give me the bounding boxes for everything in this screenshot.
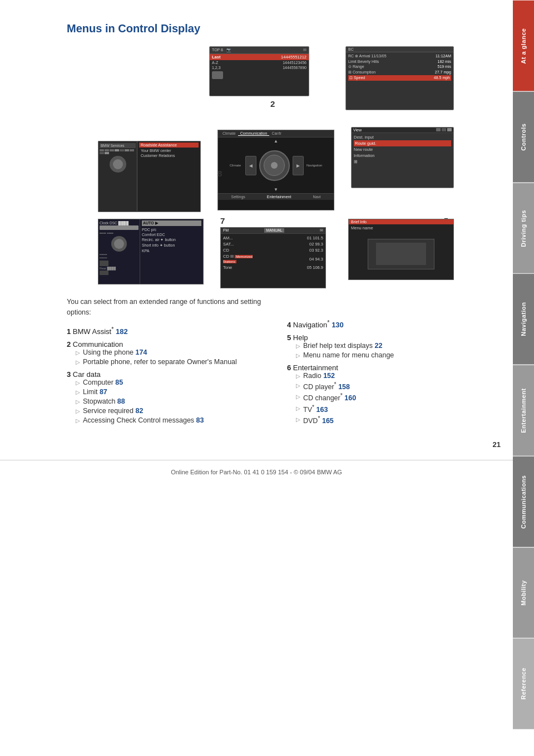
intro-text: You can select from an extended range of…	[67, 297, 265, 318]
screen-bottom-left: Clock DSC ████ ▪▪▪▪▪ ▪▪▪▪▪ ▪▪▪▪▪▪▪ ▪▪▪▪▪…	[98, 219, 204, 284]
sub-item-service-required: ▷ Service required 82	[76, 407, 265, 415]
screen-bottom-right: Brief Info Menu name	[348, 219, 454, 280]
sidebar-tab-communications[interactable]: Communications	[513, 456, 534, 547]
content-left-column: You can select from an extended range of…	[67, 297, 265, 429]
sub-item-phone: ▷ Using the phone 174	[76, 348, 265, 356]
sub-item-computer: ▷ Computer 85	[76, 379, 265, 386]
sub-item-radio: ▷ Radio 152	[296, 372, 485, 380]
section-item-1: 1 BMW Assist* 182	[67, 326, 265, 336]
diagram-number-2: 2	[270, 99, 275, 109]
sidebar: At a glance Controls Driving tips Naviga…	[513, 0, 534, 729]
section-item-4: 4 Navigation* 130	[287, 319, 485, 329]
page-footer: Online Edition for Part-No. 01 41 0 159 …	[0, 460, 513, 481]
diagram-number-8: 8	[217, 169, 222, 178]
sub-item-cd-player: ▷ CD player* 158	[296, 381, 485, 391]
screen-bottom-center: FM MANUAL ✉ AM...01 101.5 SAT...02 99.3 …	[220, 227, 326, 288]
sub-item-brief-help: ▷ Brief help text displays 22	[296, 342, 485, 350]
sidebar-tab-controls[interactable]: Controls	[513, 91, 534, 183]
page-title: Menus in Control Display	[67, 22, 485, 35]
sub-item-tv: ▷ TV* 163	[296, 404, 485, 414]
screen-top-right: BC RC ⊕ Arrival 11/13/0511:12AM Limit Be…	[345, 46, 454, 110]
section-item-6: 6 Entertainment ▷ Radio 152 ▷ CD player*…	[287, 364, 485, 425]
screen-mid-right: View Dest. input Route guid. New route I…	[351, 127, 454, 188]
sidebar-tab-driving-tips[interactable]: Driving tips	[513, 183, 534, 274]
footer-text: Online Edition for Part-No. 01 41 0 159 …	[171, 469, 342, 475]
screen-top-center: TOP 8 📷 ✉ Last 14445551212 A-Z 144451234…	[209, 46, 309, 96]
sub-item-portable-phone: ▷ Portable phone, refer to separate Owne…	[76, 358, 265, 366]
sub-item-menu-name: ▷ Menu name for menu change	[296, 351, 485, 359]
section-item-2: 2 Communication ▷ Using the phone 174 ▷ …	[67, 340, 265, 366]
screen-bmw-services: BMW Services	[98, 141, 201, 212]
section-item-5: 5 Help ▷ Brief help text displays 22 ▷ M…	[287, 333, 485, 359]
content-area: You can select from an extended range of…	[67, 297, 485, 429]
page-number: 21	[0, 440, 501, 449]
sub-item-limit: ▷ Limit 87	[76, 388, 265, 396]
sidebar-tab-navigation[interactable]: Navigation	[513, 273, 534, 365]
sidebar-tab-mobility[interactable]: Mobility	[513, 547, 534, 639]
sub-item-stopwatch: ▷ Stopwatch 88	[76, 397, 265, 405]
sidebar-tab-entertainment[interactable]: Entertainment	[513, 365, 534, 456]
sub-item-dvd: ▷ DVD* 165	[296, 415, 485, 425]
main-content: Menus in Control Display TOP 8 📷 ✉ Last …	[0, 0, 513, 440]
diagram-number-7: 7	[220, 216, 225, 225]
sidebar-tab-at-a-glance[interactable]: At a glance	[513, 0, 534, 91]
screen-navigation-center: Climate Communication Car/tr Climate ◄	[217, 130, 334, 210]
sub-item-check-control: ▷ Accessing Check Control messages 83	[76, 416, 265, 424]
content-right-column: 4 Navigation* 130 5 Help ▷ Brief help te…	[287, 297, 485, 429]
sub-item-cd-changer: ▷ CD changer* 160	[296, 392, 485, 402]
diagram-area: TOP 8 📷 ✉ Last 14445551212 A-Z 144451234…	[98, 46, 454, 280]
section-item-3: 3 Car data ▷ Computer 85 ▷ Limit 87 ▷ St…	[67, 370, 265, 424]
sidebar-tab-reference[interactable]: Reference	[513, 638, 534, 729]
